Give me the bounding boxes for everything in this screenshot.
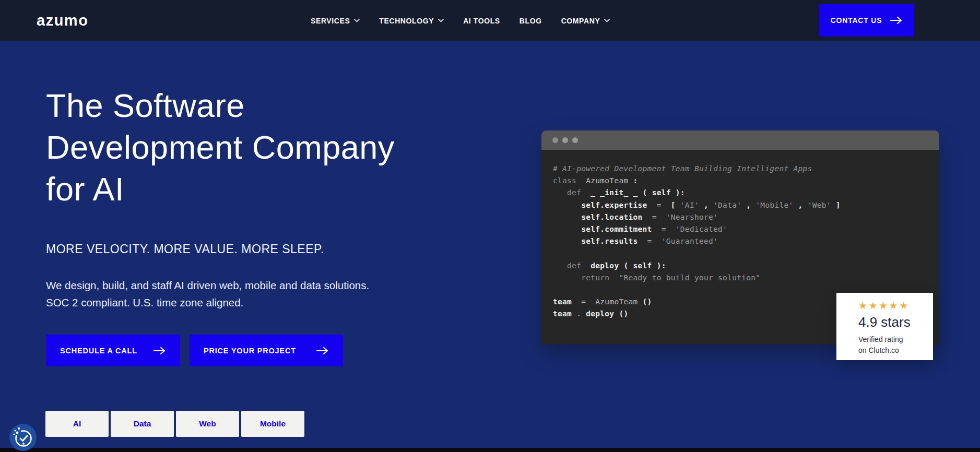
code-line: # AI-powered Development Team Building I… bbox=[553, 163, 939, 175]
nav-item-label: COMPANY bbox=[561, 17, 600, 25]
rating-caption: Verified rating on Clutch.co bbox=[858, 334, 933, 356]
nav-item-technology[interactable]: TECHNOLOGY bbox=[379, 17, 444, 25]
cta-button-row: SCHEDULE A CALL PRICE YOUR PROJECT bbox=[46, 335, 343, 366]
nav-item-label: BLOG bbox=[519, 17, 542, 25]
rating-score: 4.9 stars bbox=[858, 314, 933, 330]
price-your-project-label: PRICE YOUR PROJECT bbox=[204, 347, 296, 355]
nav-item-label: AI TOOLS bbox=[463, 17, 500, 25]
chevron-down-icon bbox=[604, 19, 610, 22]
title-line-1: The Software bbox=[46, 85, 395, 126]
code-line: self.commitment = 'Dedicated' bbox=[553, 223, 939, 235]
contact-us-label: CONTACT US bbox=[831, 16, 882, 25]
page: azumo SERVICESTECHNOLOGYAI TOOLSBLOGCOMP… bbox=[0, 0, 980, 452]
description-line-1: We design, build, and staff AI driven we… bbox=[46, 277, 369, 294]
nav-item-company[interactable]: COMPANY bbox=[561, 17, 610, 25]
code-line: def _ _init_ _ ( self ): bbox=[553, 187, 939, 199]
nav-menu: SERVICESTECHNOLOGYAI TOOLSBLOGCOMPANY bbox=[311, 0, 610, 41]
rating-caption-line-2: on Clutch.co bbox=[858, 345, 933, 356]
code-line bbox=[553, 247, 939, 259]
title-line-3: for AI bbox=[46, 168, 395, 210]
nav-item-blog[interactable]: BLOG bbox=[519, 17, 542, 25]
price-your-project-button[interactable]: PRICE YOUR PROJECT bbox=[190, 335, 343, 366]
chip-mobile[interactable]: Mobile bbox=[241, 411, 304, 437]
hero-description: We design, build, and staff AI driven we… bbox=[46, 277, 369, 311]
arrow-right-icon bbox=[316, 347, 329, 355]
rating-caption-line-1: Verified rating bbox=[858, 334, 933, 345]
chip-web[interactable]: Web bbox=[176, 411, 239, 437]
five-star-icons: ★★★★★ bbox=[858, 300, 933, 312]
nav-item-ai-tools[interactable]: AI TOOLS bbox=[463, 17, 500, 25]
next-section-edge bbox=[0, 448, 980, 452]
window-control-dot bbox=[552, 137, 558, 143]
chevron-down-icon bbox=[354, 19, 360, 22]
code-line: self.expertise = [ 'AI' , 'Data' , 'Mobi… bbox=[553, 199, 939, 211]
logo[interactable]: azumo bbox=[37, 0, 88, 41]
expertise-chip-row: AIDataWebMobile bbox=[45, 411, 304, 437]
chip-data[interactable]: Data bbox=[111, 411, 174, 437]
schedule-a-call-label: SCHEDULE A CALL bbox=[60, 347, 137, 355]
chevron-down-icon bbox=[438, 19, 444, 22]
code-line: self.results = 'Guaranteed' bbox=[553, 235, 939, 247]
hero-tagline: MORE VELOCITY. MORE VALUE. MORE SLEEP. bbox=[46, 242, 324, 256]
contact-us-button[interactable]: CONTACT US bbox=[819, 4, 914, 37]
code-line: class AzumoTeam : bbox=[553, 175, 939, 187]
code-window-titlebar bbox=[541, 130, 939, 150]
nav-item-label: TECHNOLOGY bbox=[379, 17, 434, 25]
clutch-rating-card: ★★★★★ 4.9 stars Verified rating on Clutc… bbox=[836, 293, 933, 360]
schedule-a-call-button[interactable]: SCHEDULE A CALL bbox=[46, 335, 180, 366]
nav-item-services[interactable]: SERVICES bbox=[311, 17, 360, 25]
window-control-dot bbox=[562, 137, 568, 143]
title-line-2: Development Company bbox=[46, 126, 395, 168]
chip-ai[interactable]: AI bbox=[45, 411, 109, 437]
code-line: return "Ready to build your solution" bbox=[553, 272, 939, 284]
top-nav: azumo SERVICESTECHNOLOGYAI TOOLSBLOGCOMP… bbox=[0, 0, 980, 41]
arrow-right-icon bbox=[890, 16, 903, 25]
nav-item-label: SERVICES bbox=[311, 17, 350, 25]
code-line: def deploy ( self ): bbox=[553, 260, 939, 272]
page-title: The Software Development Company for AI bbox=[46, 85, 395, 210]
cookie-check-icon bbox=[9, 424, 37, 451]
window-control-dot bbox=[572, 137, 578, 143]
cookie-consent-button[interactable] bbox=[9, 424, 37, 451]
code-line: self.location = 'Nearshore' bbox=[553, 211, 939, 223]
arrow-right-icon bbox=[154, 347, 166, 355]
description-line-2: SOC 2 compliant. U.S. time zone aligned. bbox=[46, 294, 369, 311]
